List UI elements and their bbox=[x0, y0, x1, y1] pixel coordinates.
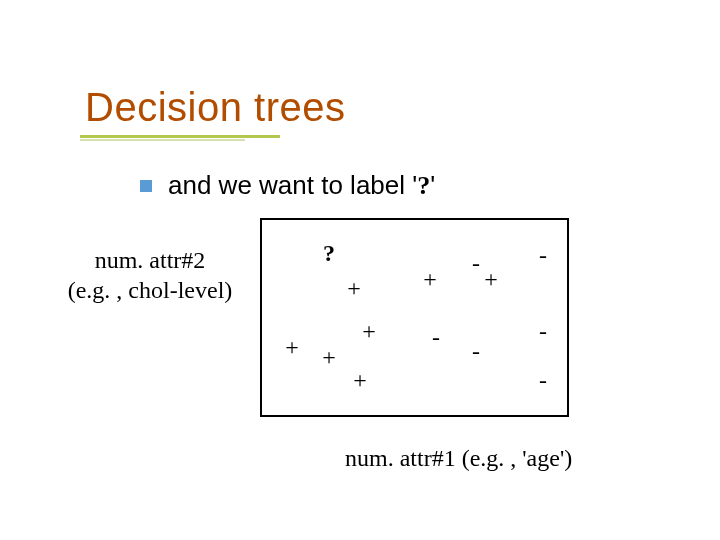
point-plus: + bbox=[347, 276, 361, 300]
point-plus: + bbox=[484, 267, 498, 291]
y-axis-line2: (e.g. , chol-level) bbox=[55, 275, 245, 305]
bullet-question-mark: ? bbox=[417, 171, 430, 200]
point-minus: - bbox=[539, 243, 547, 267]
scatter-plot: ? + + + + + + + - - - - - - bbox=[260, 218, 569, 417]
point-minus: - bbox=[539, 368, 547, 392]
point-plus: + bbox=[423, 267, 437, 291]
underline-bar-2 bbox=[80, 139, 245, 141]
point-plus: + bbox=[285, 335, 299, 359]
underline-bar-1 bbox=[80, 135, 280, 138]
bullet-prefix: and we want to label bbox=[168, 170, 412, 200]
point-plus: + bbox=[362, 319, 376, 343]
point-minus: - bbox=[539, 319, 547, 343]
bullet-text: and we want to label '?' bbox=[168, 170, 435, 201]
bullet-quote-close: ' bbox=[430, 170, 435, 200]
point-plus: + bbox=[353, 368, 367, 392]
point-minus: - bbox=[472, 339, 480, 363]
y-axis-line1: num. attr#2 bbox=[55, 245, 245, 275]
point-plus: + bbox=[322, 345, 336, 369]
x-axis-label: num. attr#1 (e.g. , 'age') bbox=[345, 445, 572, 472]
bullet-row: and we want to label '?' bbox=[140, 170, 435, 201]
y-axis-label: num. attr#2 (e.g. , chol-level) bbox=[55, 245, 245, 305]
bullet-icon bbox=[140, 180, 152, 192]
slide: Decision trees and we want to label '?' … bbox=[0, 0, 720, 540]
point-minus: - bbox=[472, 251, 480, 275]
point-unknown: ? bbox=[323, 241, 335, 265]
title-underline bbox=[80, 135, 360, 143]
point-minus: - bbox=[432, 325, 440, 349]
slide-title: Decision trees bbox=[85, 85, 345, 130]
